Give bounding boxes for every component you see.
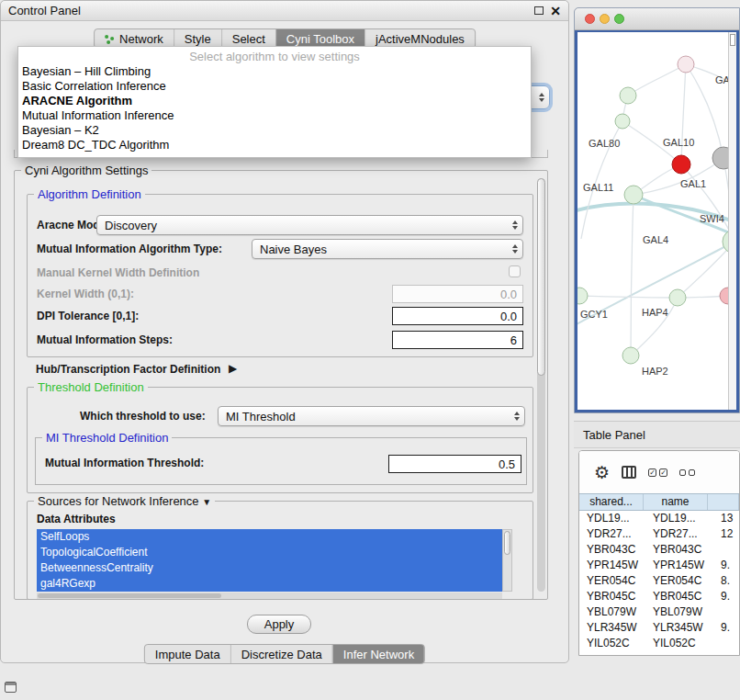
sources-section-title[interactable]: Sources for Network Inference ▼: [34, 494, 215, 508]
control-panel-title: Control Panel: [8, 4, 81, 17]
table-body: YDL19...YDL19...13YDR27...YDR27...12YBR0…: [579, 511, 739, 655]
manual-kernel-width-checkbox[interactable]: [509, 265, 521, 277]
zoom-traffic-light-icon[interactable]: [614, 14, 624, 24]
minimize-traffic-light-icon[interactable]: [600, 14, 610, 24]
hub-section-label: Hub/Transcription Factor Definition: [36, 363, 220, 376]
settings-scrollbar[interactable]: [537, 178, 545, 592]
tab-select[interactable]: Select: [221, 29, 275, 48]
table-row[interactable]: YPR145WYPR145W9.: [579, 558, 739, 573]
table-row[interactable]: YBL079WYBL079W: [579, 604, 739, 620]
expand-triangle-icon[interactable]: ▶: [229, 362, 237, 375]
dropdown-item-aracne-algorithm[interactable]: ARACNE Algorithm: [18, 94, 531, 108]
network-scrollbar-thumb[interactable]: [730, 34, 735, 46]
table-panel-titlebar[interactable]: Table Panel: [574, 421, 740, 448]
tab-style[interactable]: Style: [174, 29, 221, 48]
network-node[interactable]: [620, 87, 636, 104]
network-node[interactable]: [672, 155, 690, 174]
dropdown-items: Bayesian – Hill ClimbingBasic Correlatio…: [18, 64, 531, 152]
table-panel-title: Table Panel: [583, 428, 645, 442]
table-row[interactable]: YBR045CYBR045C9.: [579, 589, 739, 604]
network-node-label: HAP2: [642, 366, 668, 377]
table-row[interactable]: YLR345WYLR345W9.: [579, 620, 739, 636]
network-node[interactable]: [624, 186, 643, 204]
kernel-width-label: Kernel Width (0,1):: [37, 288, 134, 300]
bottom-tab-impute-data[interactable]: Impute Data: [145, 645, 230, 663]
network-node[interactable]: [678, 56, 694, 73]
dropdown-item-bayesian-hill-climbing[interactable]: Bayesian – Hill Climbing: [18, 64, 531, 79]
attributes-horizontal-scrollbar[interactable]: [37, 593, 502, 599]
attribute-item-betweennesscentrality[interactable]: BetweennessCentrality: [37, 560, 502, 576]
dropdown-item-bayesian-k2[interactable]: Bayesian – K2: [18, 123, 531, 138]
column-header-name[interactable]: name: [644, 494, 708, 510]
gear-icon[interactable]: ⚙: [594, 464, 610, 481]
table-row[interactable]: YER054CYER054C8.: [579, 573, 739, 589]
mi-threshold-field[interactable]: 0.5: [388, 455, 521, 473]
select-all-checks-icon[interactable]: ✓✓: [648, 469, 667, 477]
column-header-extra[interactable]: [708, 494, 739, 510]
tab-label: Infer Network: [343, 648, 414, 661]
attributes-hscroll-thumb[interactable]: [38, 593, 221, 598]
settings-scrollbar-thumb[interactable]: [537, 178, 545, 376]
column-header-shared[interactable]: shared...: [579, 494, 644, 510]
attributes-vertical-scrollbar[interactable]: [502, 529, 512, 592]
bottom-tab-discretize-data[interactable]: Discretize Data: [230, 645, 332, 663]
table-row[interactable]: YIL052CYIL052C: [579, 636, 739, 651]
attribute-item-selfloops[interactable]: SelfLoops: [37, 529, 502, 545]
table-row[interactable]: YDR27...YDR27...12: [579, 526, 739, 542]
attribute-item-gal4rgexp[interactable]: gal4RGexp: [37, 576, 502, 592]
table-row[interactable]: YDL19...YDL19...13: [579, 511, 739, 526]
tab-network[interactable]: Network: [95, 29, 174, 48]
network-node[interactable]: [622, 347, 639, 364]
aracne-mode-combo[interactable]: Discovery: [96, 215, 523, 235]
network-node[interactable]: [577, 288, 588, 304]
close-icon[interactable]: ✕: [550, 2, 561, 20]
mi-steps-field[interactable]: 6: [392, 331, 523, 349]
network-window-titlebar[interactable]: [575, 8, 739, 30]
network-node[interactable]: [615, 114, 630, 129]
network-edge: [681, 64, 686, 164]
dropdown-item-basic-correlation-inference[interactable]: Basic Correlation Inference: [18, 79, 531, 94]
float-window-icon[interactable]: [534, 6, 544, 15]
network-node-label: GCY1: [580, 309, 608, 320]
apply-button[interactable]: Apply: [247, 615, 311, 634]
columns-icon[interactable]: [622, 466, 636, 479]
table-header: shared...name: [579, 493, 739, 511]
table-cell: YDL19...: [579, 511, 644, 526]
dropdown-item-dream8-dc-tdc-algorithm[interactable]: Dream8 DC_TDC Algorithm: [18, 138, 531, 152]
which-threshold-combo[interactable]: MI Threshold: [218, 406, 525, 426]
tab-label: Network: [119, 32, 163, 46]
table-row[interactable]: YBR043CYBR043C: [579, 542, 739, 558]
mi-steps-value: 6: [510, 333, 517, 347]
table-panel-window: ⚙ ✓✓ shared...name YDL19...YDL19...13YDR…: [578, 450, 740, 656]
bottom-tab-infer-network[interactable]: Infer Network: [332, 645, 424, 663]
tab-label: Impute Data: [155, 648, 220, 661]
dpi-tolerance-field[interactable]: 0.0: [392, 307, 523, 325]
attribute-item-topologicalcoefficient[interactable]: TopologicalCoefficient: [37, 545, 502, 560]
dropdown-item-mutual-information-inference[interactable]: Mutual Information Inference: [18, 108, 531, 123]
tab-label: Style: [185, 32, 211, 46]
tab-jactivemnodules[interactable]: jActiveMNodules: [364, 29, 475, 48]
tab-cyni-toolbox[interactable]: Cyni Toolbox: [275, 29, 364, 48]
close-traffic-light-icon[interactable]: [585, 14, 595, 24]
kernel-width-field[interactable]: 0.0: [392, 285, 523, 303]
table-cell: YBL079W: [579, 604, 644, 620]
data-attributes-label: Data Attributes: [37, 513, 116, 525]
network-scrollbar[interactable]: [728, 32, 736, 410]
collapse-triangle-icon[interactable]: ▼: [202, 497, 211, 507]
deselect-all-checks-icon[interactable]: [679, 469, 695, 476]
network-node-label: GAL11: [583, 182, 613, 193]
network-node[interactable]: [669, 289, 686, 306]
mi-algorithm-type-combo[interactable]: Naive Bayes: [252, 239, 523, 259]
table-cell: YBL079W: [644, 604, 708, 620]
restore-panel-icon[interactable]: [5, 682, 17, 693]
combo-arrows-icon: [514, 407, 520, 425]
data-attributes-list[interactable]: SelfLoopsTopologicalCoefficientBetweenne…: [37, 529, 502, 592]
attributes-vscroll-thumb[interactable]: [504, 531, 510, 555]
network-canvas[interactable]: GALGAL80GAL10GAL11GAL1SWI4GAL4GCY1HAP4HA…: [575, 30, 739, 412]
network-node-label: GAL1: [680, 178, 706, 189]
tab-label: Select: [232, 32, 265, 46]
tab-label: jActiveMNodules: [376, 32, 465, 46]
table-cell: YLR345W: [579, 620, 644, 636]
control-panel-titlebar[interactable]: Control Panel ✕: [1, 1, 568, 21]
network-graph[interactable]: GALGAL80GAL10GAL11GAL1SWI4GAL4GCY1HAP4HA…: [577, 32, 738, 412]
